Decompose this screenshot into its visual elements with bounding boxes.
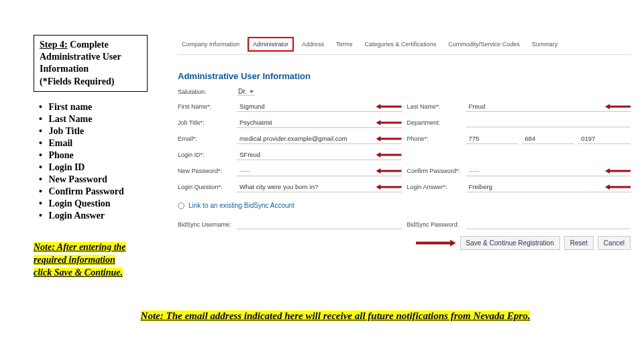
new-password-field[interactable]: ······	[237, 166, 402, 176]
bullet: First name	[40, 102, 161, 113]
confirm-password-field[interactable]: ······	[466, 166, 631, 176]
tab-commodity[interactable]: Commodity/Service Codes	[444, 38, 524, 50]
phone-a[interactable]: 775	[466, 133, 519, 144]
arrow-icon	[376, 168, 402, 174]
last-name-field[interactable]: Freud	[466, 101, 631, 112]
bidsync-link-text: Link to an existing BidSync Account	[189, 202, 294, 209]
phone-label: Phone*:	[407, 135, 461, 142]
button-row: Save & Continue Registration Reset Cance…	[178, 236, 631, 250]
bullet: Email	[40, 138, 161, 149]
login-id-field[interactable]: SFreud	[237, 149, 402, 160]
bullet: Login Question	[40, 198, 161, 209]
job-title-label: Job Title*:	[178, 119, 231, 126]
admin-user-panel: Company Information Administrator Addres…	[178, 37, 631, 250]
admin-user-form: Salutation: Dr. First Name*: Sigmund Las…	[178, 88, 631, 229]
login-answer-label: Login Answer*:	[407, 184, 461, 190]
login-question-field[interactable]: What city were you born in?	[237, 182, 402, 192]
bidsync-link-row[interactable]: Link to an existing BidSync Account	[178, 202, 631, 209]
arrow-icon	[605, 104, 631, 109]
arrow-icon	[376, 152, 402, 158]
bidsync-username-label: BidSync Username:	[178, 221, 231, 228]
tab-categories[interactable]: Categories & Certifications	[361, 38, 441, 50]
note-email-notifications: Note: The email address indicated here w…	[60, 310, 610, 322]
arrow-icon	[376, 136, 402, 141]
login-question-label: Login Question*:	[178, 184, 231, 190]
phone-field[interactable]: 775 684 0197	[466, 133, 631, 144]
bullet: New Password	[40, 174, 161, 185]
note1-l3a: click	[34, 267, 54, 278]
note-save-continue: Note: After entering the required inform…	[34, 241, 168, 280]
arrow-icon	[605, 168, 631, 174]
arrow-icon	[376, 184, 402, 190]
bullet: Confirm Password	[40, 186, 161, 197]
step-heading-box: Step 4: Complete Administrative User Inf…	[34, 35, 148, 92]
arrow-right-icon	[416, 240, 456, 247]
step-prefix: Step 4:	[40, 40, 68, 50]
bullet: Login Answer	[40, 210, 161, 221]
arrow-icon	[376, 104, 402, 109]
last-name-label: Last Name*:	[407, 103, 461, 110]
confirm-password-label: Confirm Password*:	[407, 168, 461, 174]
bullet: Phone	[40, 150, 161, 161]
bullet: Last Name	[40, 114, 161, 125]
tab-administrator[interactable]: Administrator	[248, 37, 294, 52]
department-field[interactable]	[466, 118, 631, 127]
step-line3: Information	[40, 64, 89, 74]
bidsync-username-field[interactable]	[237, 220, 402, 229]
note1-l2: required information	[34, 255, 115, 265]
tab-address[interactable]: Address	[298, 38, 328, 50]
step-line1: Complete	[68, 40, 109, 50]
salutation-label: Salutation:	[178, 88, 231, 95]
note1-l1: Note: After entering the	[34, 242, 126, 252]
chevron-down-icon	[250, 90, 254, 93]
first-name-label: First Name*:	[178, 103, 231, 110]
phone-c[interactable]: 0197	[578, 133, 631, 144]
note2-text: Note: The email address indicated here w…	[141, 310, 531, 321]
login-answer-field[interactable]: Freiberg	[466, 182, 631, 192]
note1-l3b: Save & Continue.	[54, 267, 123, 278]
salutation-field[interactable]: Dr.	[237, 88, 402, 96]
tab-company-info[interactable]: Company Information	[178, 38, 244, 50]
first-name-field[interactable]: Sigmund	[237, 101, 402, 112]
reset-button[interactable]: Reset	[564, 236, 594, 250]
email-label: Email*:	[178, 135, 231, 142]
save-continue-button[interactable]: Save & Continue Registration	[460, 236, 560, 250]
step-line2: Administrative User	[40, 52, 121, 62]
bidsync-password-field[interactable]	[466, 220, 631, 229]
bullet: Login ID	[40, 162, 161, 173]
arrow-icon	[376, 120, 402, 125]
department-label: Department:	[407, 119, 461, 126]
tab-summary[interactable]: Summary	[528, 38, 562, 50]
bullet: Job Title	[40, 126, 161, 137]
section-title: Administrative User Information	[178, 71, 631, 81]
salutation-value: Dr.	[238, 88, 247, 95]
field-bullet-list: First name Last Name Job Title Email Pho…	[40, 101, 161, 223]
tab-terms[interactable]: Terms	[332, 38, 357, 50]
login-id-label: Login ID*:	[178, 152, 231, 158]
new-password-label: New Password*:	[178, 168, 231, 174]
job-title-field[interactable]: Psychiatrist	[237, 117, 402, 128]
radio-icon[interactable]	[178, 202, 184, 209]
bidsync-password-label: BidSync Password:	[407, 221, 461, 228]
cancel-button[interactable]: Cancel	[598, 236, 631, 250]
arrow-icon	[605, 184, 631, 190]
breadcrumb: Company Information Administrator Addres…	[178, 37, 631, 55]
step-line4: (*Fields Required)	[40, 76, 114, 86]
phone-b[interactable]: 684	[522, 133, 574, 144]
email-field[interactable]: medical.provider.example@gmail.com	[237, 133, 402, 144]
